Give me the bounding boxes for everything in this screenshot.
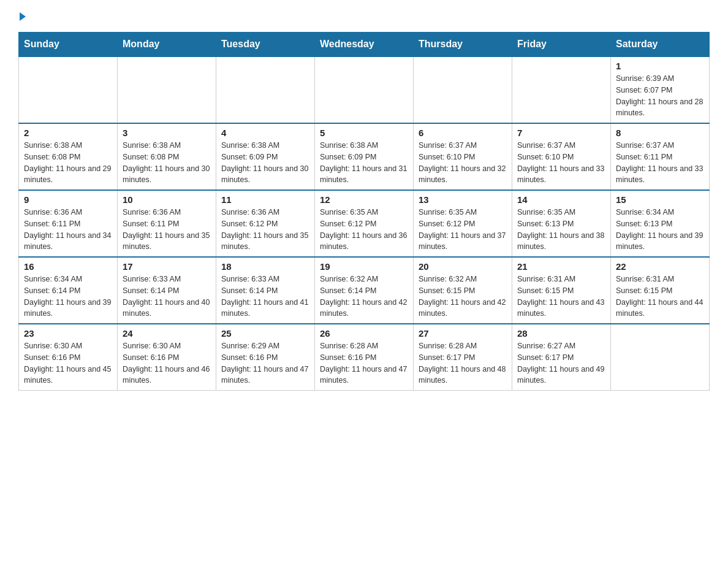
day-info: Sunrise: 6:35 AMSunset: 6:12 PMDaylight:…: [419, 207, 507, 253]
day-number: 13: [419, 194, 507, 205]
column-header-wednesday: Wednesday: [315, 33, 414, 57]
day-info: Sunrise: 6:39 AMSunset: 6:07 PMDaylight:…: [616, 73, 704, 119]
calendar-week-row: 16Sunrise: 6:34 AMSunset: 6:14 PMDayligh…: [19, 257, 710, 324]
calendar-cell: 23Sunrise: 6:30 AMSunset: 6:16 PMDayligh…: [19, 324, 118, 391]
day-number: 8: [616, 128, 704, 138]
day-info: Sunrise: 6:29 AMSunset: 6:16 PMDaylight:…: [221, 340, 309, 386]
logo-arrow-icon: [20, 12, 26, 21]
day-number: 14: [517, 194, 605, 205]
day-number: 28: [517, 328, 605, 339]
calendar-cell: 17Sunrise: 6:33 AMSunset: 6:14 PMDayligh…: [118, 257, 216, 324]
day-number: 11: [221, 194, 309, 205]
calendar-cell: [19, 56, 118, 123]
day-number: 12: [320, 194, 408, 205]
calendar-cell: 18Sunrise: 6:33 AMSunset: 6:14 PMDayligh…: [216, 257, 315, 324]
calendar-cell: 12Sunrise: 6:35 AMSunset: 6:12 PMDayligh…: [315, 190, 414, 257]
calendar-cell: 15Sunrise: 6:34 AMSunset: 6:13 PMDayligh…: [611, 190, 710, 257]
calendar-cell: 3Sunrise: 6:38 AMSunset: 6:08 PMDaylight…: [118, 123, 216, 190]
day-number: 25: [221, 328, 309, 339]
day-info: Sunrise: 6:31 AMSunset: 6:15 PMDaylight:…: [517, 274, 605, 320]
day-info: Sunrise: 6:33 AMSunset: 6:14 PMDaylight:…: [221, 274, 309, 320]
calendar-cell: 10Sunrise: 6:36 AMSunset: 6:11 PMDayligh…: [118, 190, 216, 257]
day-number: 26: [320, 328, 408, 339]
day-number: 17: [123, 261, 211, 272]
calendar-cell: 24Sunrise: 6:30 AMSunset: 6:16 PMDayligh…: [118, 324, 216, 391]
calendar-cell: 1Sunrise: 6:39 AMSunset: 6:07 PMDaylight…: [611, 56, 710, 123]
column-header-thursday: Thursday: [414, 33, 512, 57]
column-header-tuesday: Tuesday: [216, 33, 315, 57]
calendar-week-row: 23Sunrise: 6:30 AMSunset: 6:16 PMDayligh…: [19, 324, 710, 391]
day-info: Sunrise: 6:28 AMSunset: 6:16 PMDaylight:…: [320, 340, 408, 386]
day-number: 18: [221, 261, 309, 272]
calendar-cell: 14Sunrise: 6:35 AMSunset: 6:13 PMDayligh…: [512, 190, 611, 257]
calendar-cell: 22Sunrise: 6:31 AMSunset: 6:15 PMDayligh…: [611, 257, 710, 324]
day-info: Sunrise: 6:36 AMSunset: 6:12 PMDaylight:…: [221, 207, 309, 253]
calendar-cell: 20Sunrise: 6:32 AMSunset: 6:15 PMDayligh…: [414, 257, 512, 324]
day-info: Sunrise: 6:35 AMSunset: 6:13 PMDaylight:…: [517, 207, 605, 253]
day-number: 22: [616, 261, 704, 272]
calendar-cell: 9Sunrise: 6:36 AMSunset: 6:11 PMDaylight…: [19, 190, 118, 257]
day-number: 4: [221, 128, 309, 138]
calendar-cell: 6Sunrise: 6:37 AMSunset: 6:10 PMDaylight…: [414, 123, 512, 190]
day-number: 24: [123, 328, 211, 339]
day-info: Sunrise: 6:27 AMSunset: 6:17 PMDaylight:…: [517, 340, 605, 386]
day-info: Sunrise: 6:31 AMSunset: 6:15 PMDaylight:…: [616, 274, 704, 320]
calendar-cell: 5Sunrise: 6:38 AMSunset: 6:09 PMDaylight…: [315, 123, 414, 190]
calendar-cell: 25Sunrise: 6:29 AMSunset: 6:16 PMDayligh…: [216, 324, 315, 391]
day-info: Sunrise: 6:28 AMSunset: 6:17 PMDaylight:…: [419, 340, 507, 386]
day-info: Sunrise: 6:38 AMSunset: 6:09 PMDaylight:…: [221, 140, 309, 186]
calendar-cell: 28Sunrise: 6:27 AMSunset: 6:17 PMDayligh…: [512, 324, 611, 391]
calendar-cell: 16Sunrise: 6:34 AMSunset: 6:14 PMDayligh…: [19, 257, 118, 324]
calendar-cell: [216, 56, 315, 123]
day-info: Sunrise: 6:34 AMSunset: 6:14 PMDaylight:…: [24, 274, 112, 320]
day-info: Sunrise: 6:36 AMSunset: 6:11 PMDaylight:…: [24, 207, 112, 253]
calendar-cell: 2Sunrise: 6:38 AMSunset: 6:08 PMDaylight…: [19, 123, 118, 190]
day-info: Sunrise: 6:35 AMSunset: 6:12 PMDaylight:…: [320, 207, 408, 253]
day-number: 27: [419, 328, 507, 339]
day-number: 21: [517, 261, 605, 272]
day-info: Sunrise: 6:38 AMSunset: 6:08 PMDaylight:…: [123, 140, 211, 186]
calendar-week-row: 2Sunrise: 6:38 AMSunset: 6:08 PMDaylight…: [19, 123, 710, 190]
calendar-cell: 7Sunrise: 6:37 AMSunset: 6:10 PMDaylight…: [512, 123, 611, 190]
calendar-header-row: SundayMondayTuesdayWednesdayThursdayFrid…: [19, 33, 710, 57]
logo: [18, 12, 26, 26]
day-info: Sunrise: 6:38 AMSunset: 6:09 PMDaylight:…: [320, 140, 408, 186]
day-number: 9: [24, 194, 112, 205]
day-info: Sunrise: 6:30 AMSunset: 6:16 PMDaylight:…: [123, 340, 211, 386]
day-number: 5: [320, 128, 408, 138]
calendar-cell: [315, 56, 414, 123]
calendar-week-row: 1Sunrise: 6:39 AMSunset: 6:07 PMDaylight…: [19, 56, 710, 123]
calendar-cell: 27Sunrise: 6:28 AMSunset: 6:17 PMDayligh…: [414, 324, 512, 391]
day-number: 15: [616, 194, 704, 205]
day-info: Sunrise: 6:37 AMSunset: 6:10 PMDaylight:…: [419, 140, 507, 186]
page-header: [18, 12, 710, 26]
day-info: Sunrise: 6:36 AMSunset: 6:11 PMDaylight:…: [123, 207, 211, 253]
calendar-cell: [118, 56, 216, 123]
calendar-cell: 8Sunrise: 6:37 AMSunset: 6:11 PMDaylight…: [611, 123, 710, 190]
column-header-monday: Monday: [118, 33, 216, 57]
day-info: Sunrise: 6:32 AMSunset: 6:15 PMDaylight:…: [419, 274, 507, 320]
day-info: Sunrise: 6:30 AMSunset: 6:16 PMDaylight:…: [24, 340, 112, 386]
column-header-friday: Friday: [512, 33, 611, 57]
calendar-cell: 19Sunrise: 6:32 AMSunset: 6:14 PMDayligh…: [315, 257, 414, 324]
calendar-cell: [611, 324, 710, 391]
day-number: 6: [419, 128, 507, 138]
day-number: 2: [24, 128, 112, 138]
column-header-saturday: Saturday: [611, 33, 710, 57]
day-info: Sunrise: 6:38 AMSunset: 6:08 PMDaylight:…: [24, 140, 112, 186]
day-info: Sunrise: 6:37 AMSunset: 6:10 PMDaylight:…: [517, 140, 605, 186]
day-number: 10: [123, 194, 211, 205]
day-number: 1: [616, 61, 704, 71]
day-number: 7: [517, 128, 605, 138]
column-header-sunday: Sunday: [19, 33, 118, 57]
day-info: Sunrise: 6:34 AMSunset: 6:13 PMDaylight:…: [616, 207, 704, 253]
calendar-cell: 11Sunrise: 6:36 AMSunset: 6:12 PMDayligh…: [216, 190, 315, 257]
calendar-cell: [512, 56, 611, 123]
calendar-cell: 21Sunrise: 6:31 AMSunset: 6:15 PMDayligh…: [512, 257, 611, 324]
day-number: 23: [24, 328, 112, 339]
day-number: 20: [419, 261, 507, 272]
calendar-table: SundayMondayTuesdayWednesdayThursdayFrid…: [18, 32, 710, 391]
calendar-cell: 4Sunrise: 6:38 AMSunset: 6:09 PMDaylight…: [216, 123, 315, 190]
day-info: Sunrise: 6:33 AMSunset: 6:14 PMDaylight:…: [123, 274, 211, 320]
day-number: 19: [320, 261, 408, 272]
